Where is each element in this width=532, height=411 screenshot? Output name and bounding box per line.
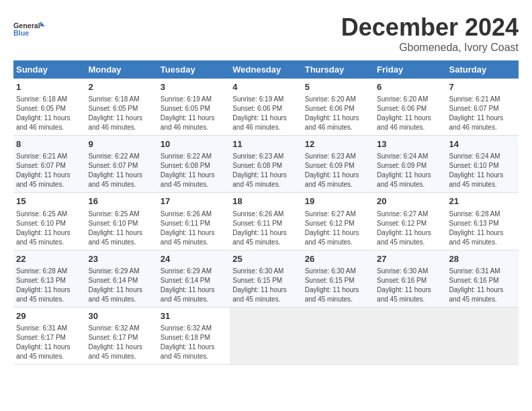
calendar-cell: 3Sunrise: 6:19 AM Sunset: 6:05 PM Daylig… [158,79,230,136]
day-info: Sunrise: 6:22 AM Sunset: 6:07 PM Dayligh… [88,152,154,189]
page-header: General Blue December 2024 Gbomeneda, Iv… [13,13,519,54]
calendar-cell: 6Sunrise: 6:20 AM Sunset: 6:06 PM Daylig… [374,79,446,136]
day-info: Sunrise: 6:27 AM Sunset: 6:12 PM Dayligh… [305,210,371,247]
svg-text:Blue: Blue [13,29,29,37]
day-info: Sunrise: 6:24 AM Sunset: 6:10 PM Dayligh… [449,152,516,189]
day-number: 23 [88,253,154,265]
day-info: Sunrise: 6:32 AM Sunset: 6:17 PM Dayligh… [88,324,154,361]
weekday-header-tuesday: Tuesday [158,60,230,79]
day-number: 17 [161,195,227,208]
calendar-cell: 18Sunrise: 6:26 AM Sunset: 6:11 PM Dayli… [230,193,302,250]
day-info: Sunrise: 6:21 AM Sunset: 6:07 PM Dayligh… [449,95,516,132]
day-info: Sunrise: 6:31 AM Sunset: 6:16 PM Dayligh… [449,267,516,304]
day-info: Sunrise: 6:32 AM Sunset: 6:18 PM Dayligh… [161,324,227,361]
day-info: Sunrise: 6:28 AM Sunset: 6:13 PM Dayligh… [449,210,516,247]
day-info: Sunrise: 6:26 AM Sunset: 6:11 PM Dayligh… [161,210,227,247]
logo: General Blue [13,13,46,46]
calendar-cell: 4Sunrise: 6:19 AM Sunset: 6:06 PM Daylig… [230,79,302,136]
location-title: Gbomeneda, Ivory Coast [341,42,519,54]
day-number: 20 [377,195,443,208]
calendar-cell: 11Sunrise: 6:23 AM Sunset: 6:08 PM Dayli… [230,136,302,193]
day-info: Sunrise: 6:31 AM Sunset: 6:17 PM Dayligh… [16,324,83,361]
calendar-cell [302,307,374,364]
weekday-header-wednesday: Wednesday [230,60,302,79]
day-number: 19 [305,195,371,208]
calendar-cell: 14Sunrise: 6:24 AM Sunset: 6:10 PM Dayli… [447,136,519,193]
day-number: 31 [161,310,227,322]
day-info: Sunrise: 6:28 AM Sunset: 6:13 PM Dayligh… [16,267,83,304]
calendar-cell: 5Sunrise: 6:20 AM Sunset: 6:06 PM Daylig… [302,79,374,136]
day-number: 7 [449,81,516,93]
calendar-cell: 31Sunrise: 6:32 AM Sunset: 6:18 PM Dayli… [158,307,230,364]
calendar-week-1: 1Sunrise: 6:18 AM Sunset: 6:05 PM Daylig… [13,79,519,136]
calendar-week-3: 15Sunrise: 6:25 AM Sunset: 6:10 PM Dayli… [13,193,519,250]
day-info: Sunrise: 6:30 AM Sunset: 6:15 PM Dayligh… [305,267,371,304]
day-number: 10 [161,138,227,150]
day-info: Sunrise: 6:25 AM Sunset: 6:10 PM Dayligh… [88,210,154,247]
day-info: Sunrise: 6:25 AM Sunset: 6:10 PM Dayligh… [16,210,83,247]
calendar-cell [230,307,302,364]
weekday-header-saturday: Saturday [447,60,519,79]
day-info: Sunrise: 6:29 AM Sunset: 6:14 PM Dayligh… [88,267,154,304]
calendar-cell: 16Sunrise: 6:25 AM Sunset: 6:10 PM Dayli… [85,193,157,250]
day-number: 14 [449,138,516,150]
calendar-cell: 29Sunrise: 6:31 AM Sunset: 6:17 PM Dayli… [13,307,85,364]
weekday-header-monday: Monday [85,60,157,79]
calendar-cell: 23Sunrise: 6:29 AM Sunset: 6:14 PM Dayli… [85,250,157,307]
title-block: December 2024 Gbomeneda, Ivory Coast [341,13,519,54]
calendar-cell: 19Sunrise: 6:27 AM Sunset: 6:12 PM Dayli… [302,193,374,250]
weekday-header-sunday: Sunday [13,60,85,79]
day-info: Sunrise: 6:19 AM Sunset: 6:05 PM Dayligh… [161,95,227,132]
day-number: 5 [305,81,371,93]
svg-marker-2 [40,21,45,26]
day-info: Sunrise: 6:30 AM Sunset: 6:15 PM Dayligh… [232,267,299,304]
calendar-cell: 9Sunrise: 6:22 AM Sunset: 6:07 PM Daylig… [85,136,157,193]
day-info: Sunrise: 6:19 AM Sunset: 6:06 PM Dayligh… [232,95,299,132]
calendar-week-5: 29Sunrise: 6:31 AM Sunset: 6:17 PM Dayli… [13,307,519,364]
day-number: 16 [88,195,154,208]
calendar-table: SundayMondayTuesdayWednesdayThursdayFrid… [13,60,519,365]
calendar-cell: 22Sunrise: 6:28 AM Sunset: 6:13 PM Dayli… [13,250,85,307]
day-number: 13 [377,138,443,150]
day-number: 29 [16,310,83,322]
calendar-cell [447,307,519,364]
calendar-cell: 27Sunrise: 6:30 AM Sunset: 6:16 PM Dayli… [374,250,446,307]
day-number: 3 [161,81,227,93]
day-info: Sunrise: 6:30 AM Sunset: 6:16 PM Dayligh… [377,267,443,304]
calendar-cell: 10Sunrise: 6:22 AM Sunset: 6:08 PM Dayli… [158,136,230,193]
day-info: Sunrise: 6:26 AM Sunset: 6:11 PM Dayligh… [232,210,299,247]
calendar-cell: 28Sunrise: 6:31 AM Sunset: 6:16 PM Dayli… [447,250,519,307]
day-info: Sunrise: 6:18 AM Sunset: 6:05 PM Dayligh… [88,95,154,132]
day-number: 30 [88,310,154,322]
day-number: 21 [449,195,516,208]
day-number: 12 [305,138,371,150]
calendar-cell: 30Sunrise: 6:32 AM Sunset: 6:17 PM Dayli… [85,307,157,364]
day-number: 18 [232,195,299,208]
day-info: Sunrise: 6:27 AM Sunset: 6:12 PM Dayligh… [377,210,443,247]
calendar-cell: 26Sunrise: 6:30 AM Sunset: 6:15 PM Dayli… [302,250,374,307]
day-number: 25 [232,253,299,265]
calendar-cell: 13Sunrise: 6:24 AM Sunset: 6:09 PM Dayli… [374,136,446,193]
day-number: 8 [16,138,83,150]
calendar-cell: 20Sunrise: 6:27 AM Sunset: 6:12 PM Dayli… [374,193,446,250]
calendar-cell: 12Sunrise: 6:23 AM Sunset: 6:09 PM Dayli… [302,136,374,193]
day-info: Sunrise: 6:22 AM Sunset: 6:08 PM Dayligh… [161,152,227,189]
weekday-header-friday: Friday [374,60,446,79]
calendar-header: SundayMondayTuesdayWednesdayThursdayFrid… [13,60,519,79]
calendar-cell: 25Sunrise: 6:30 AM Sunset: 6:15 PM Dayli… [230,250,302,307]
day-number: 1 [16,81,83,93]
calendar-cell: 8Sunrise: 6:21 AM Sunset: 6:07 PM Daylig… [13,136,85,193]
day-number: 28 [449,253,516,265]
weekday-row: SundayMondayTuesdayWednesdayThursdayFrid… [13,60,519,79]
day-number: 24 [161,253,227,265]
day-number: 22 [16,253,83,265]
calendar-cell: 24Sunrise: 6:29 AM Sunset: 6:14 PM Dayli… [158,250,230,307]
weekday-header-thursday: Thursday [302,60,374,79]
calendar-cell: 1Sunrise: 6:18 AM Sunset: 6:05 PM Daylig… [13,79,85,136]
day-number: 4 [232,81,299,93]
day-info: Sunrise: 6:21 AM Sunset: 6:07 PM Dayligh… [16,152,83,189]
logo-svg: General Blue [13,13,46,46]
day-info: Sunrise: 6:20 AM Sunset: 6:06 PM Dayligh… [377,95,443,132]
calendar-cell: 2Sunrise: 6:18 AM Sunset: 6:05 PM Daylig… [85,79,157,136]
day-number: 26 [305,253,371,265]
